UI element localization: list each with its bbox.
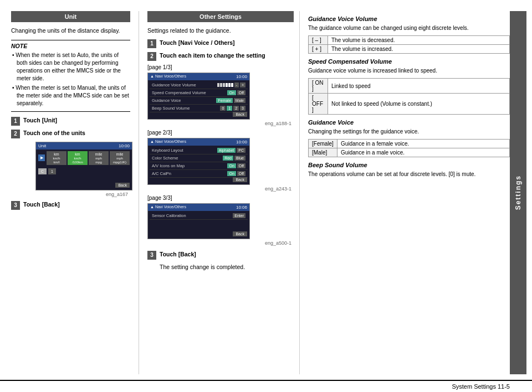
other-intro: Settings related to the guidance. [147,27,294,35]
screen2-row2: Color Scheme Red Blue [150,154,248,162]
screen-page1: ▲ Navi Voice/Others 10:00 Guidance Voice… [147,73,250,120]
step-label-3: Touch [Back] [23,200,60,209]
screen1-on-btn[interactable]: On [227,90,236,95]
table-row: [ OFF ] Not linked to speed (Volume is c… [309,94,510,115]
screen2-row1: Keyboard Layout Alphabet PC [150,147,248,154]
other-step-3: 3 Touch [Back] [147,250,294,260]
other-step-label-1: Touch [Navi Voice / Others] [160,39,235,47]
screen2-red-btn[interactable]: Red [223,156,233,161]
unit-section-header: Unit [11,11,130,22]
step-label-1: Touch [Unit] [23,116,57,125]
table-val: The volume is increased. [328,45,510,54]
section-body-1: The guidance volume can be changed using… [308,24,510,32]
table-row: [ + ] The volume is increased. [309,45,510,54]
screen1-plus-btn[interactable]: + [240,82,245,87]
section-table-3: [Female] Guidance in a female voice. [Ma… [308,139,510,157]
screen2-back-btn[interactable]: Back [233,177,247,182]
screen2-caption: eng_a243-1 [147,186,291,192]
step-1: 1 Touch [Unit] [11,116,130,126]
screen1-v3-btn[interactable]: 3 [240,106,245,111]
other-step-num-2: 2 [147,52,156,61]
screen1-v0-btn[interactable]: 0 [220,106,226,111]
screen2-row3: A/V Icons on Map On Off [150,162,248,170]
screen1-v1-btn[interactable]: 1 [227,106,232,111]
screen-page2: ▲ Navi Voice/Others 10:00 Keyboard Layou… [147,138,250,185]
page-label-1: [page 1/3] [147,64,294,70]
screen2-ac-on-btn[interactable]: On [227,171,236,176]
step-num-3: 3 [11,201,20,210]
step-3: 3 Touch [Back] [11,200,130,210]
screen2-header: ▲ Navi Voice/Others 10:00 [148,138,249,146]
table-row: [Female] Guidance in a female voice. [309,140,510,148]
table-key: [ – ] [309,36,328,45]
main-content: Unit Changing the units of the distance … [0,0,532,380]
screen1-v2-btn[interactable]: 2 [233,106,239,111]
screen1-male-btn[interactable]: Male [234,98,245,103]
guidance-voice-section: Guidance Voice Changing the settings for… [308,119,510,157]
table-row: [ ON ] Linked to speed [309,79,510,94]
screen3-caption: eng_a500-1 [147,240,291,246]
unit-screen-header: Unit 10:00 [36,142,132,149]
unit-screen-caption: eng_a167 [23,192,128,197]
section-title-4: Beep Sound Volume [308,162,510,168]
section-title-3: Guidance Voice [308,119,510,126]
other-settings-header: Other Settings [147,11,294,22]
screen1-row3: Guidance Voice Female Male [150,97,248,105]
unit-back-btn[interactable]: Back [115,183,130,188]
screen2-pc-btn[interactable]: PC [237,148,245,153]
step-label-2: Touch one of the units [23,129,85,137]
footer-text: System Settings 11-5 [452,383,510,390]
step-num-1: 1 [11,117,20,126]
unit-screen: Unit 10:00 ▶ kmkm/hkm/l kmkm/h/100km mil… [35,142,132,190]
other-step-label-2: Touch each item to change the setting [160,51,265,60]
table-val: Linked to speed [328,79,510,94]
screen2-alpha-btn[interactable]: Alphabet [217,148,236,153]
table-val: Guidance in a female voice. [337,140,509,148]
screen2-ac-off-btn[interactable]: Off [237,171,245,176]
right-column: Guidance Voice Volume The guidance volum… [299,11,510,374]
screen2-av-on-btn[interactable]: On [227,163,236,168]
step3-detail: The setting change is completed. [160,263,294,272]
left-column: Unit Changing the units of the distance … [11,11,139,374]
screen3-back-btn[interactable]: Back [233,231,247,236]
other-step-num-1: 1 [147,39,156,48]
table-val: The volume is decreased. [328,36,510,45]
page: Unit Changing the units of the distance … [0,0,532,392]
page-label-3: [page 3/3] [147,195,294,201]
other-step-num-3: 3 [147,251,156,260]
screen3-row1: Sensor Calibration Enter [150,212,248,220]
table-row: [ – ] The volume is decreased. [309,36,510,45]
screen1-caption: eng_a188-1 [147,121,291,126]
table-key: [ + ] [309,45,328,54]
screen1-female-btn[interactable]: Female [216,98,232,103]
screen1-row1: Guidance Voice Volume - + [150,81,248,89]
section-table-1: [ – ] The volume is decreased. [ + ] The… [308,35,510,54]
section-body-4: The operations volume can be set at four… [308,171,510,178]
screen3-enter-btn[interactable]: Enter [233,213,245,218]
screen2-av-off-btn[interactable]: Off [237,163,245,168]
other-step-2: 2 Touch each item to change the setting [147,51,294,61]
table-key: [ OFF ] [309,94,328,115]
page-label-2: [page 2/3] [147,130,294,136]
screen1-row2: Speed Compensated Volume On Off [150,89,248,97]
table-key: [Female] [309,140,337,148]
screen1-minus-btn[interactable]: - [234,82,239,87]
footer: System Settings 11-5 [0,380,532,392]
note-item-1: • When the meter is set to Auto, the uni… [11,51,130,82]
screen-page3: ▲ Navi Voice/Others 10:06 Sensor Calibra… [147,203,250,239]
section-body-3: Changing the settings for the guidance v… [308,128,510,136]
screen2-row4: A/C CalPn On Off [150,170,248,178]
screen1-off-btn[interactable]: Off [237,90,245,95]
screen1-back-btn[interactable]: Back [233,112,247,117]
other-step-label-3: Touch [Back] [160,250,196,259]
guidance-voice-volume-section: Guidance Voice Volume The guidance volum… [308,16,510,54]
unit-intro: Changing the units of the distance displ… [11,27,130,35]
screen2-blue-btn[interactable]: Blue [234,156,245,161]
screen3-header: ▲ Navi Voice/Others 10:06 [148,204,249,211]
table-key: [Male] [309,148,337,157]
table-row: [Male] Guidance in a male voice. [309,148,510,157]
right-sidebar: Settings [510,11,526,374]
beep-sound-section: Beep Sound Volume The operations volume … [308,162,510,178]
section-title-2: Speed Compensated Volume [308,58,510,65]
screen1-header: ▲ Navi Voice/Others 10:00 [148,73,249,80]
